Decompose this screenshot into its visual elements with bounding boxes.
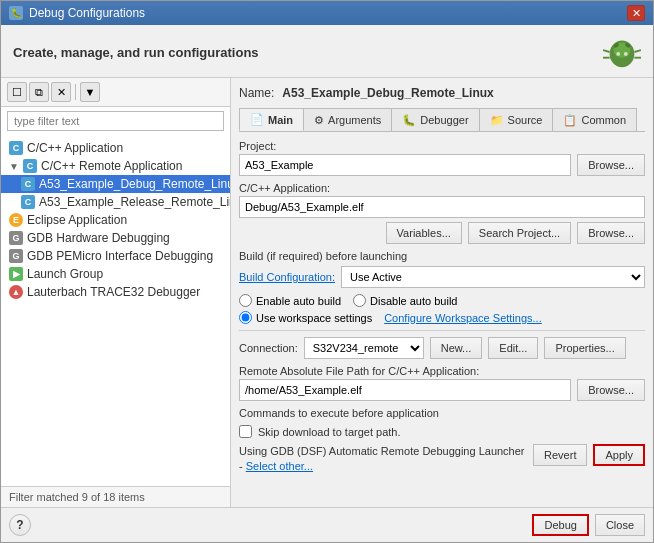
duplicate-button[interactable]: ⧉ (29, 82, 49, 102)
svg-point-9 (616, 52, 620, 56)
cpp-app-icon: C (9, 141, 23, 155)
remote-path-group: Remote Absolute File Path for C/C++ Appl… (239, 365, 645, 401)
tab-source-label: Source (508, 114, 543, 126)
eclipse-icon: E (9, 213, 23, 227)
cpp-app-row (239, 196, 645, 218)
project-browse-button[interactable]: Browse... (577, 154, 645, 176)
gdb-hw-icon: G (9, 231, 23, 245)
cpp-remote-label: C/C++ Remote Application (41, 159, 182, 173)
connection-select[interactable]: S32V234_remote (304, 337, 424, 359)
tree-item-gdb-hw[interactable]: G GDB Hardware Debugging (1, 229, 230, 247)
tree-item-eclipse[interactable]: E Eclipse Application (1, 211, 230, 229)
config-tree: C C/C++ Application ▼ C C/C++ Remote App… (1, 135, 230, 486)
connection-row: Connection: S32V234_remote New... Edit..… (239, 337, 645, 359)
separator-2 (239, 330, 645, 331)
tab-source-icon: 📁 (490, 114, 504, 127)
tab-debugger[interactable]: 🐛 Debugger (391, 108, 479, 131)
title-bar: 🐛 Debug Configurations ✕ (1, 1, 653, 25)
filter-status: Filter matched 9 of 18 items (1, 486, 230, 507)
tree-item-launch-group[interactable]: ▶ Launch Group (1, 265, 230, 283)
debug-button[interactable]: Debug (532, 514, 588, 536)
remote-path-row: Browse... (239, 379, 645, 401)
tab-arguments[interactable]: ⚙ Arguments (303, 108, 392, 131)
trace-label: Lauterbach TRACE32 Debugger (27, 285, 200, 299)
trace-icon: ▲ (9, 285, 23, 299)
revert-button[interactable]: Revert (533, 444, 587, 466)
tab-args-icon: ⚙ (314, 114, 324, 127)
release-remote-label: A53_Example_Release_Remote_Linux (39, 195, 230, 209)
cpp-browse-button[interactable]: Browse... (577, 222, 645, 244)
tree-item-debug-remote[interactable]: C A53_Example_Debug_Remote_Linux (1, 175, 230, 193)
delete-button[interactable]: ✕ (51, 82, 71, 102)
skip-download-checkbox[interactable] (239, 425, 252, 438)
tab-common-icon: 📋 (563, 114, 577, 127)
enable-auto-build-radio[interactable]: Enable auto build (239, 294, 341, 307)
release-remote-icon: C (21, 195, 35, 209)
tree-item-trace32[interactable]: ▲ Lauterbach TRACE32 Debugger (1, 283, 230, 301)
radio-group-1: Enable auto build Disable auto build (239, 294, 645, 307)
apply-button[interactable]: Apply (593, 444, 645, 466)
launcher-row: Using GDB (DSF) Automatic Remote Debuggi… (239, 444, 645, 475)
left-panel: ☐ ⧉ ✕ ▼ C C/C++ Application ▼ C C/C++ Re… (1, 78, 231, 507)
workspace-settings-radio[interactable]: Use workspace settings (239, 311, 372, 324)
build-config-row: Build Configuration: Use Active (239, 266, 645, 288)
remote-path-label: Remote Absolute File Path for C/C++ Appl… (239, 365, 645, 377)
variables-button[interactable]: Variables... (386, 222, 462, 244)
launch-icon: ▶ (9, 267, 23, 281)
connection-edit-button[interactable]: Edit... (488, 337, 538, 359)
cpp-app-input[interactable] (239, 196, 645, 218)
separator-1 (75, 84, 76, 100)
filter-button[interactable]: ▼ (80, 82, 100, 102)
debug-remote-label: A53_Example_Debug_Remote_Linux (39, 177, 230, 191)
project-label: Project: (239, 140, 645, 152)
svg-line-7 (634, 50, 641, 52)
header-section: Create, manage, and run configurations (1, 25, 653, 78)
svg-line-5 (603, 50, 610, 52)
bottom-bar: ? Debug Close (1, 507, 653, 542)
connection-properties-button[interactable]: Properties... (544, 337, 625, 359)
new-config-button[interactable]: ☐ (7, 82, 27, 102)
cpp-app-group: C/C++ Application: Variables... Search P… (239, 182, 645, 244)
project-group: Project: Browse... (239, 140, 645, 176)
configure-workspace-link[interactable]: Configure Workspace Settings... (384, 312, 542, 324)
select-other-link[interactable]: Select other... (246, 460, 313, 472)
connection-label: Connection: (239, 342, 298, 354)
build-config-link[interactable]: Build Configuration: (239, 271, 335, 283)
remote-browse-button[interactable]: Browse... (577, 379, 645, 401)
build-group: Build (if required) before launching Bui… (239, 250, 645, 324)
close-button[interactable]: ✕ (627, 5, 645, 21)
tab-common[interactable]: 📋 Common (552, 108, 637, 131)
main-content: ☐ ⧉ ✕ ▼ C C/C++ Application ▼ C C/C++ Re… (1, 78, 653, 507)
launcher-text: Using GDB (DSF) Automatic Remote Debuggi… (239, 444, 525, 475)
filter-input[interactable] (7, 111, 224, 131)
bottom-right: Debug Close (532, 514, 645, 536)
tree-item-release-remote[interactable]: C A53_Example_Release_Remote_Linux (1, 193, 230, 211)
eclipse-label: Eclipse Application (27, 213, 127, 227)
tab-main-label: Main (268, 114, 293, 126)
expand-arrow: ▼ (9, 161, 19, 172)
skip-download-label: Skip download to target path. (258, 426, 400, 438)
search-project-button[interactable]: Search Project... (468, 222, 571, 244)
cpp-app-field-label: C/C++ Application: (239, 182, 645, 194)
connection-new-button[interactable]: New... (430, 337, 483, 359)
name-label: Name: (239, 86, 274, 100)
tab-debugger-icon: 🐛 (402, 114, 416, 127)
cpp-remote-icon: C (23, 159, 37, 173)
close-dialog-button[interactable]: Close (595, 514, 645, 536)
build-config-select[interactable]: Use Active (341, 266, 645, 288)
cpp-app-label: C/C++ Application (27, 141, 123, 155)
remote-path-input[interactable] (239, 379, 571, 401)
tree-item-cpp-app[interactable]: C C/C++ Application (1, 139, 230, 157)
tree-item-gdb-pe[interactable]: G GDB PEMicro Interface Debugging (1, 247, 230, 265)
right-panel: Name: A53_Example_Debug_Remote_Linux 📄 M… (231, 78, 653, 507)
tab-main[interactable]: 📄 Main (239, 108, 304, 131)
name-value: A53_Example_Debug_Remote_Linux (282, 86, 493, 100)
project-input[interactable] (239, 154, 571, 176)
tree-item-cpp-remote[interactable]: ▼ C C/C++ Remote Application (1, 157, 230, 175)
header-title: Create, manage, and run configurations (13, 45, 259, 60)
help-button[interactable]: ? (9, 514, 31, 536)
disable-auto-build-radio[interactable]: Disable auto build (353, 294, 457, 307)
tab-debugger-label: Debugger (420, 114, 468, 126)
tab-source[interactable]: 📁 Source (479, 108, 554, 131)
radio-group-2: Use workspace settings Configure Workspa… (239, 311, 645, 324)
